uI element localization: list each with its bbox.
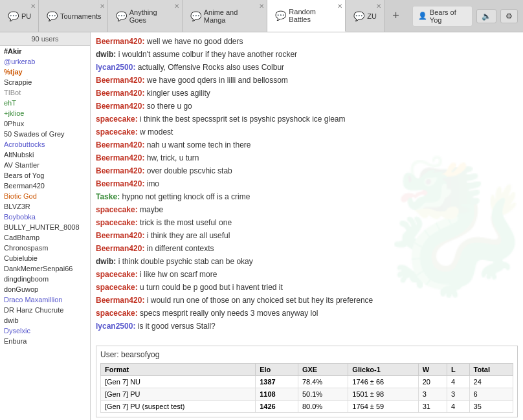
chat-icon-random-battles: 💬 — [275, 10, 286, 21]
add-tab-button[interactable]: + — [384, 0, 407, 32]
message-username[interactable]: Beerman420: — [96, 153, 144, 162]
sidebar-header: 90 users — [0, 32, 90, 46]
user-icon: 👤 — [418, 12, 427, 20]
message-username[interactable]: Beerman420: — [96, 76, 144, 85]
chat-message: spacecake: i think the best specssprit s… — [96, 113, 518, 126]
tab-close-pu[interactable]: ✕ — [30, 3, 36, 10]
message-username[interactable]: Beerman420: — [96, 102, 144, 111]
message-username[interactable]: Beerman420: — [96, 179, 144, 188]
stats-col-w: W — [418, 364, 447, 376]
message-text: hypno not getting knock off is a crime — [120, 192, 250, 201]
tab-close-random-battles[interactable]: ✕ — [337, 3, 342, 10]
message-username[interactable]: Beerman420: — [96, 89, 144, 98]
tab-tournaments[interactable]: 💬 Tournaments ✕ — [39, 0, 108, 32]
sidebar-user-item[interactable]: DankMemerSenpai66 — [0, 263, 90, 274]
sound-button[interactable]: 🔈 — [476, 9, 496, 23]
message-text: we have good qders in lilli and bellosso… — [144, 76, 287, 85]
sidebar-user-item[interactable]: 0Phux — [0, 118, 90, 129]
sidebar-user-item[interactable]: TIBot — [0, 87, 90, 98]
message-username[interactable]: Beerman420: — [96, 296, 144, 305]
settings-button[interactable]: ⚙ — [500, 9, 518, 23]
sidebar-user-item[interactable]: Scrappie — [0, 77, 90, 87]
tab-pu[interactable]: 💬 PU ✕ — [0, 0, 39, 32]
message-username[interactable]: spacecake: — [96, 309, 138, 318]
chat-message: Beerman420: hw, trick, u turn — [96, 151, 518, 164]
message-text: so there u go — [144, 102, 192, 111]
sidebar-user-item[interactable]: ehT — [0, 98, 90, 108]
chat-icon-zu: 💬 — [353, 11, 364, 21]
sidebar-user-item[interactable]: #Akir — [0, 46, 90, 56]
stats-col-format: Format — [101, 364, 256, 376]
message-username[interactable]: spacecake: — [96, 115, 138, 124]
tab-anything-goes[interactable]: 💬 Anything Goes ✕ — [108, 0, 183, 32]
tab-label-anime-and-manga: Anime and Manga — [204, 8, 260, 24]
sidebar-user-item[interactable]: AltNubski — [0, 149, 90, 160]
stats-cell: 1746 ± 66 — [348, 376, 418, 388]
message-username[interactable]: Beerman420: — [96, 37, 144, 46]
sidebar-user-item[interactable]: Dyselxic — [0, 326, 90, 336]
sidebar-user-item[interactable]: Cubielubie — [0, 253, 90, 263]
stats-cell: 1426 — [256, 401, 298, 413]
sidebar-user-item[interactable]: BULLY_HUNTER_8008 — [0, 222, 90, 232]
tab-random-battles[interactable]: 💬 Random Battles ✕ — [267, 0, 346, 32]
message-username[interactable]: lycan2500: — [96, 63, 135, 72]
user-stats-header: User: bearsofyog — [100, 350, 513, 359]
message-username[interactable]: Beerman420: — [96, 166, 144, 175]
stats-cell: 4 — [447, 401, 469, 413]
stats-cell: 6 — [469, 388, 513, 401]
tab-anime-and-manga[interactable]: 💬 Anime and Manga ✕ — [183, 0, 268, 32]
sidebar-user-item[interactable]: Acrobuttocks — [0, 139, 90, 149]
chat-message: dwib: i wouldn't assume colbur if they h… — [96, 48, 518, 61]
sidebar-user-item[interactable]: DR Hanz Chucrute — [0, 305, 90, 315]
sidebar-user-item[interactable]: +jklioe — [0, 108, 90, 118]
message-username[interactable]: spacecake: — [96, 205, 138, 214]
tab-zu[interactable]: 💬 ZU ✕ — [346, 0, 384, 32]
sidebar-user-item[interactable]: BLVZ3R — [0, 201, 90, 212]
message-text: i think the best specssprit set is psysh… — [138, 115, 346, 124]
chat-message: Beerman420: nah u want some tech in ther… — [96, 138, 518, 151]
sidebar-user-item[interactable]: Chronospasm — [0, 243, 90, 253]
message-text: trick is the most useful one — [138, 218, 232, 227]
sidebar-user-item[interactable]: Beerman420 — [0, 181, 90, 191]
sidebar-user-item[interactable]: 50 Swades of Grey — [0, 129, 90, 139]
tab-close-anything-goes[interactable]: ✕ — [174, 3, 179, 10]
message-username[interactable]: Beerman420: — [96, 231, 144, 240]
sidebar-user-item[interactable]: dingdingboom — [0, 274, 90, 284]
sidebar-user-item[interactable]: AV Stantler — [0, 160, 90, 170]
sidebar-user-item[interactable]: Bears of Yog — [0, 170, 90, 181]
tab-close-zu[interactable]: ✕ — [376, 3, 381, 10]
sidebar-user-item[interactable]: Draco Maxamillion — [0, 294, 90, 305]
message-text: w modest — [138, 127, 173, 137]
message-username[interactable]: spacecake: — [96, 270, 138, 279]
tab-close-tournaments[interactable]: ✕ — [100, 3, 105, 10]
sidebar-user-item[interactable]: Biotic God — [0, 191, 90, 201]
message-username[interactable]: Beerman420: — [96, 244, 144, 253]
message-text: kingler uses agility — [144, 89, 210, 98]
message-username[interactable]: Beerman420: — [96, 140, 144, 149]
tab-close-anime-and-manga[interactable]: ✕ — [259, 3, 264, 10]
stats-table-row: [Gen 7] PU110850.1%1501 ± 98336 — [101, 388, 513, 401]
message-username[interactable]: dwib: — [96, 50, 116, 59]
message-username[interactable]: lycan2500: — [96, 322, 135, 331]
chat-icon-anime-and-manga: 💬 — [190, 11, 201, 21]
chat-message: Beerman420: imo — [96, 177, 518, 190]
tab-bar: 💬 PU ✕ 💬 Tournaments ✕ 💬 Anything Goes ✕… — [0, 0, 523, 32]
sidebar-user-item[interactable]: dwib — [0, 315, 90, 326]
stats-col-gxe: GXE — [298, 364, 348, 376]
main-content: 90 users #Akir@urkerab%tjayScrappieTIBot… — [0, 32, 523, 420]
message-username[interactable]: spacecake: — [96, 218, 138, 227]
message-username[interactable]: dwib: — [96, 257, 116, 266]
chat-message: lycan2500: is it good versus Stall? — [96, 320, 518, 333]
sidebar-user-item[interactable]: Enbura — [0, 336, 90, 346]
chat-icon-pu: 💬 — [8, 11, 19, 21]
sidebar-user-item[interactable]: Boybobka — [0, 212, 90, 222]
user-badge[interactable]: 👤 Bears of Yog — [412, 6, 473, 27]
sidebar-user-item[interactable]: donGuwop — [0, 284, 90, 294]
message-username[interactable]: Taske: — [96, 192, 120, 201]
stats-cell: 4 — [447, 376, 469, 388]
message-username[interactable]: spacecake: — [96, 127, 138, 137]
sidebar-user-item[interactable]: %tjay — [0, 67, 90, 77]
message-username[interactable]: spacecake: — [96, 283, 138, 292]
sidebar-user-item[interactable]: @urkerab — [0, 56, 90, 67]
sidebar-user-item[interactable]: CadBhamp — [0, 232, 90, 243]
